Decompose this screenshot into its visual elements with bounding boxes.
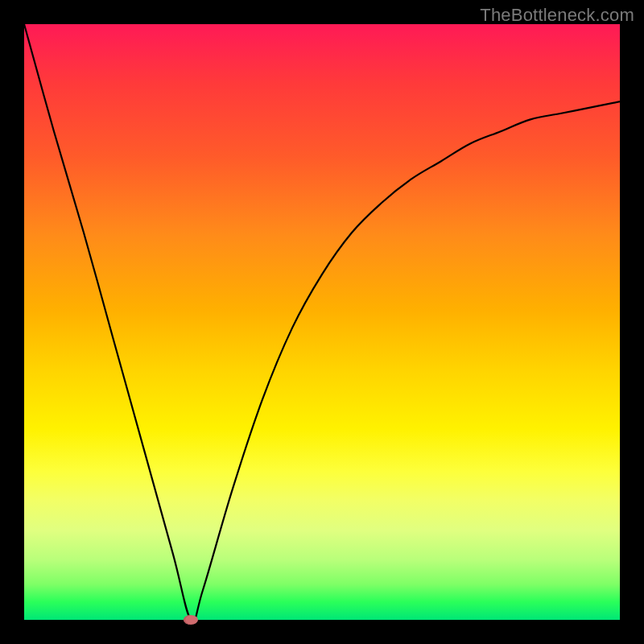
bottleneck-curve bbox=[24, 24, 620, 620]
curve-path bbox=[24, 24, 620, 621]
chart-frame: TheBottleneck.com bbox=[0, 0, 644, 644]
minimum-marker bbox=[184, 615, 198, 625]
watermark-text: TheBottleneck.com bbox=[480, 5, 634, 26]
plot-area bbox=[24, 24, 620, 620]
